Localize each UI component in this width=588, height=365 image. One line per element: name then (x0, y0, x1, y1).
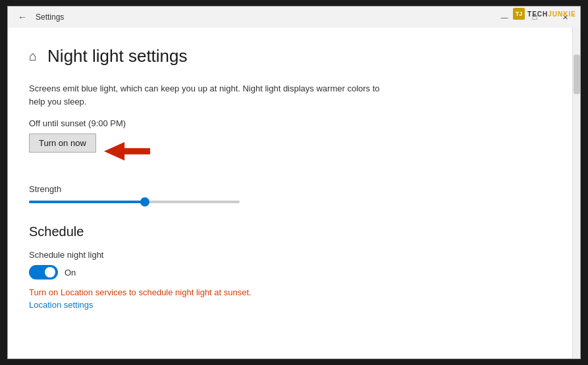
schedule-title: Schedule (29, 224, 551, 239)
page-title: Night light settings (47, 46, 187, 66)
settings-window: ← Settings TJ TECHJUNKIE — □ ✕ ⌂ Night l… (7, 6, 581, 359)
main-layout: ⌂ Night light settings Screens emit blue… (8, 28, 580, 358)
slider-fill (29, 201, 145, 203)
location-settings-link[interactable]: Location settings (29, 300, 551, 310)
strength-label: Strength (29, 184, 551, 194)
title-bar-left: ← Settings (16, 11, 64, 24)
page-description: Screens emit blue light, which can keep … (29, 82, 398, 108)
slider-track[interactable] (29, 201, 240, 203)
turn-on-row: Turn on now (29, 134, 551, 168)
location-warning-link[interactable]: Turn on Location services to schedule ni… (29, 287, 551, 297)
content-area: ⌂ Night light settings Screens emit blue… (8, 28, 572, 358)
page-header: ⌂ Night light settings (29, 46, 551, 66)
svg-marker-0 (104, 142, 150, 160)
watermark: TJ TECHJUNKIE (509, 7, 580, 21)
schedule-toggle[interactable] (29, 265, 58, 280)
toggle-on-label: On (65, 268, 76, 278)
scrollbar-thumb[interactable] (574, 55, 580, 94)
status-text: Off until sunset (9:00 PM) (29, 118, 551, 128)
scrollbar-track[interactable] (572, 28, 580, 358)
strength-slider-container (29, 201, 266, 203)
watermark-brand: TECHJUNKIE (527, 11, 576, 18)
slider-thumb[interactable] (140, 197, 149, 207)
arrow-annotation (104, 138, 150, 164)
turn-on-button[interactable]: Turn on now (29, 134, 96, 153)
toggle-knob (45, 267, 55, 278)
title-bar: ← Settings TJ TECHJUNKIE — □ ✕ (8, 7, 580, 28)
home-icon: ⌂ (29, 49, 37, 64)
toggle-row: On (29, 265, 551, 280)
back-button[interactable]: ← (16, 11, 29, 24)
schedule-night-light-label: Schedule night light (29, 250, 551, 260)
app-title: Settings (36, 12, 64, 22)
watermark-icon: TJ (513, 8, 525, 20)
